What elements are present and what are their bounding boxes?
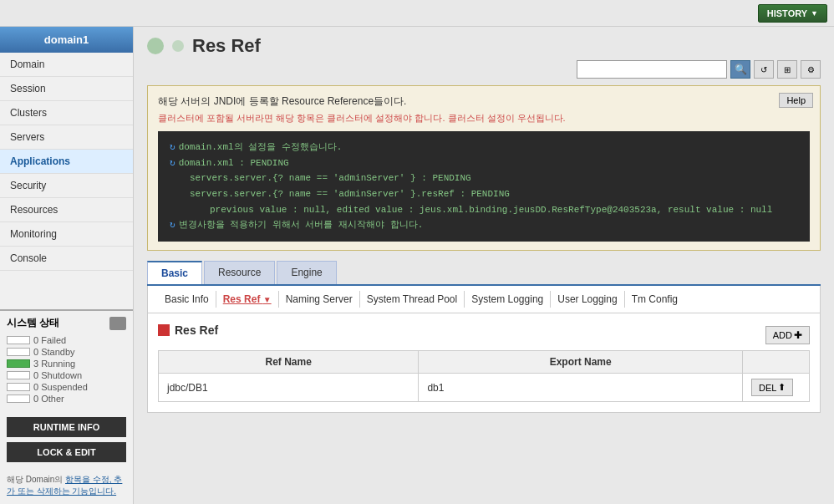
- search-icon: 🔍: [735, 64, 747, 75]
- main-tab-basic[interactable]: Basic: [147, 261, 202, 284]
- notification-code: ↻domain.xml의 설정을 수정했습니다.↻domain.xml : PE…: [158, 131, 810, 242]
- search-input[interactable]: [577, 60, 727, 79]
- sidebar-item-security[interactable]: Security: [0, 174, 133, 198]
- content-area: BasicResourceEngine Basic InfoRes Ref ▼N…: [134, 254, 834, 420]
- cell-action: DEL ⬆: [743, 374, 810, 402]
- state-row-other: 0 Other: [7, 394, 126, 404]
- sidebar-item-servers[interactable]: Servers: [0, 125, 133, 150]
- notification-main-text: 해당 서버의 JNDI에 등록할 Resource Reference들이다.: [158, 94, 810, 109]
- main-tab-resource[interactable]: Resource: [204, 261, 275, 284]
- help-button[interactable]: Help: [779, 93, 813, 108]
- add-icon: ✚: [794, 329, 802, 341]
- lock-edit-button[interactable]: LOCK & EDIT: [7, 442, 126, 462]
- state-row-failed: 0 Failed: [7, 335, 126, 345]
- action-buttons: RUNTIME INFO LOCK & EDIT: [0, 410, 133, 469]
- search-bar: 🔍 ↺ ⊞ ⚙: [134, 57, 834, 82]
- sidebar: domain1 DomainSessionClustersServersAppl…: [0, 27, 134, 504]
- system-state-icon: [109, 317, 126, 330]
- state-count-running: 3 Running: [33, 359, 75, 369]
- col-export-name: Export Name: [419, 351, 743, 374]
- gear-icon: ⚙: [807, 65, 815, 74]
- notification-warn-text: 클러스터에 포함될 서버라면 해당 항목은 클러스터에 설정해야 합니다. 클러…: [158, 112, 810, 125]
- export-button[interactable]: ⊞: [777, 60, 797, 79]
- state-box-failed: [7, 336, 30, 344]
- page-icon-2: [172, 40, 184, 52]
- delete-icon: ⬆: [778, 382, 786, 393]
- state-box-other: [7, 395, 30, 403]
- main-content: Res Ref 🔍 ↺ ⊞ ⚙ Help 해당 서버의 JNDI에 등록할 Re…: [134, 27, 834, 504]
- code-line: ↻domain.xml의 설정을 수정했습니다.: [170, 140, 798, 155]
- state-count-suspended: 0 Suspended: [33, 382, 88, 392]
- state-count-shutdown: 0 Shutdown: [33, 370, 82, 380]
- runtime-info-button[interactable]: RUNTIME INFO: [7, 417, 126, 437]
- page-header: Res Ref: [134, 27, 834, 57]
- cell-ref-name: jdbc/DB1: [159, 374, 419, 402]
- code-line: ↻domain.xml : PENDING: [170, 155, 798, 171]
- export-icon: ⊞: [784, 65, 791, 74]
- top-bar: HISTORY ▼: [0, 0, 834, 27]
- sidebar-item-console[interactable]: Console: [0, 247, 133, 271]
- sub-tab-naming-server[interactable]: Naming Server: [279, 291, 360, 308]
- main-tab-engine[interactable]: Engine: [277, 261, 336, 284]
- refresh-icon: ↺: [760, 65, 767, 74]
- history-label: HISTORY: [767, 8, 807, 18]
- table-header: Ref Name Export Name: [159, 351, 810, 374]
- state-row-running: 3 Running: [7, 359, 126, 369]
- sidebar-item-applications[interactable]: Applications: [0, 150, 133, 174]
- state-box-running: [7, 359, 30, 368]
- table-header-row: Res Ref ADD ✚: [158, 323, 810, 347]
- state-box-standby: [7, 348, 30, 356]
- sub-tab-res-ref[interactable]: Res Ref ▼: [216, 291, 279, 308]
- state-row-shutdown: 0 Shutdown: [7, 370, 126, 380]
- sub-tab-user-logging[interactable]: User Logging: [551, 291, 624, 308]
- system-state-title: 시스템 상태: [7, 316, 59, 330]
- delete-row-button[interactable]: DEL ⬆: [751, 379, 793, 396]
- section-title-text: Res Ref: [175, 323, 218, 337]
- state-box-shutdown: [7, 371, 30, 379]
- add-button[interactable]: ADD ✚: [765, 326, 810, 344]
- main-layout: domain1 DomainSessionClustersServersAppl…: [0, 27, 834, 504]
- system-state-header: 시스템 상태: [7, 316, 126, 330]
- search-button[interactable]: 🔍: [730, 60, 750, 79]
- code-line: ↻변경사항을 적용하기 위해서 서버를 재시작해야 합니다.: [170, 217, 798, 233]
- sidebar-item-monitoring[interactable]: Monitoring: [0, 222, 133, 247]
- state-count-other: 0 Other: [33, 394, 64, 404]
- sidebar-item-session[interactable]: Session: [0, 77, 133, 101]
- state-box-suspended: [7, 383, 30, 391]
- state-count-failed: 0 Failed: [33, 335, 66, 345]
- add-label: ADD: [773, 330, 792, 340]
- table-body: jdbc/DB1db1DEL ⬆: [159, 374, 810, 402]
- sidebar-nav: DomainSessionClustersServersApplications…: [0, 53, 133, 309]
- state-row-standby: 0 Standby: [7, 347, 126, 357]
- sidebar-item-resources[interactable]: Resources: [0, 198, 133, 222]
- settings-button[interactable]: ⚙: [801, 60, 821, 79]
- col-ref-name: Ref Name: [159, 351, 419, 374]
- section-title: Res Ref: [158, 323, 218, 337]
- page-icon: [147, 38, 164, 54]
- sub-tab-system-thread-pool[interactable]: System Thread Pool: [360, 291, 465, 308]
- page-title: Res Ref: [192, 35, 261, 57]
- sidebar-title: domain1: [0, 27, 133, 53]
- code-line: servers.server.{? name == 'adminServer' …: [170, 171, 798, 186]
- sidebar-item-domain[interactable]: Domain: [0, 53, 133, 77]
- sidebar-note-prefix: 해당 Domain의: [7, 475, 65, 484]
- main-tab-bar: BasicResourceEngine: [147, 261, 821, 286]
- notification-box: Help 해당 서버의 JNDI에 등록할 Resource Reference…: [147, 85, 821, 251]
- system-state-section: 시스템 상태 0 Failed0 Standby3 Running0 Shutd…: [0, 309, 133, 410]
- sub-tab-basic-info[interactable]: Basic Info: [158, 291, 216, 308]
- sub-tab-arrow: ▼: [263, 295, 272, 304]
- res-ref-table: Ref Name Export Name jdbc/DB1db1DEL ⬆: [158, 350, 810, 402]
- state-rows: 0 Failed0 Standby3 Running0 Shutdown0 Su…: [7, 335, 126, 404]
- sidebar-note: 해당 Domain의 항목을 수정, 추가 또는 삭제하는 기능입니다.: [0, 469, 133, 504]
- res-ref-section: Res Ref ADD ✚ Ref Name Export Name: [147, 313, 821, 413]
- code-line: previous value : null, edited value : je…: [170, 202, 798, 218]
- sidebar-item-clusters[interactable]: Clusters: [0, 101, 133, 125]
- history-button[interactable]: HISTORY ▼: [758, 4, 827, 23]
- state-row-suspended: 0 Suspended: [7, 382, 126, 392]
- cell-export-name: db1: [419, 374, 743, 402]
- refresh-button[interactable]: ↺: [754, 60, 774, 79]
- sub-tab-system-logging[interactable]: System Logging: [465, 291, 551, 308]
- sub-tab-tm-config[interactable]: Tm Config: [625, 291, 684, 308]
- code-line: servers.server.{? name == 'adminServer' …: [170, 186, 798, 202]
- sub-tab-bar: Basic InfoRes Ref ▼Naming ServerSystem T…: [147, 286, 821, 313]
